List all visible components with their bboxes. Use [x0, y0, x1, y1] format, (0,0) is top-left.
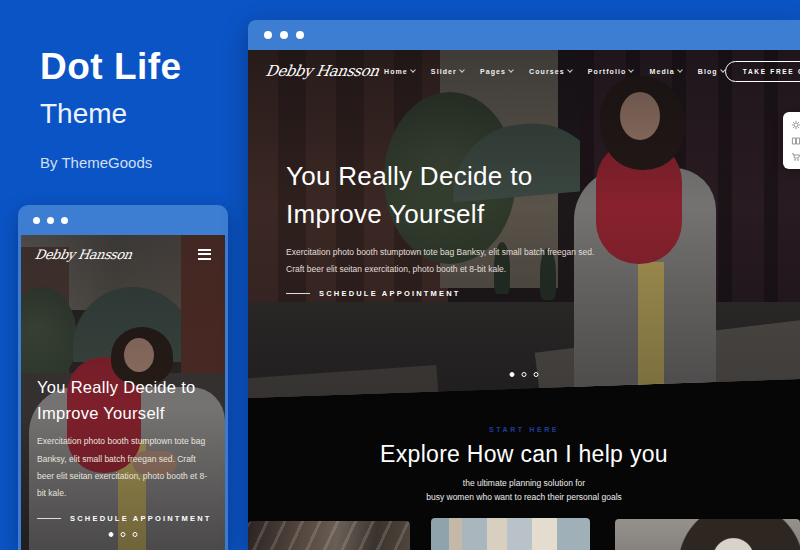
section-heading: Explore How can I help you [248, 441, 800, 468]
slider-dot[interactable] [133, 532, 138, 537]
service-card-image[interactable] [615, 519, 800, 550]
hero-body: Exercitation photo booth stumptown tote … [37, 433, 213, 503]
explore-section: START HERE Explore How can I help you th… [248, 426, 800, 504]
nav-item-home[interactable]: Home [384, 68, 415, 75]
nav-item-slider[interactable]: Slider [431, 68, 464, 75]
desktop-browser-titlebar [248, 20, 800, 50]
window-dot-icon [264, 31, 272, 39]
hero-slider: Debby Hansson Home Slider Pages Courses … [248, 50, 800, 398]
gear-icon[interactable] [791, 120, 800, 130]
site-logo[interactable]: Debby Hansson [34, 247, 133, 262]
window-dot-icon [47, 217, 54, 224]
hero-text-block: You Really Decide toImprove Yourself Exe… [286, 158, 616, 298]
slider-dot[interactable] [510, 372, 515, 377]
theme-title: Dot Life [40, 46, 182, 88]
section-subtitle: the ultimate planning solution forbusy w… [248, 477, 800, 504]
cart-icon[interactable] [791, 152, 800, 162]
slider-pagination [510, 372, 539, 377]
nav-item-portfolio[interactable]: Portfolio [588, 68, 634, 75]
schedule-appointment-link[interactable]: SCHEDULE APPOINTMENT [286, 289, 616, 298]
dash-line [286, 293, 310, 294]
main-nav: Home Slider Pages Courses Portfolio Medi… [384, 68, 725, 75]
nav-item-media[interactable]: Media [649, 68, 681, 75]
schedule-appointment-link[interactable]: SCHEDULE APPOINTMENT [37, 514, 213, 523]
theme-subtitle: Theme [40, 98, 182, 130]
window-dot-icon [280, 31, 288, 39]
mobile-hero-text: You Really Decide toImprove Yourself Exe… [37, 375, 213, 523]
window-dot-icon [61, 217, 68, 224]
site-header: Debby Hansson Home Slider Pages Courses … [248, 50, 800, 92]
desktop-viewport: Debby Hansson Home Slider Pages Courses … [248, 50, 800, 550]
slider-dot[interactable] [522, 372, 527, 377]
slider-pagination [109, 532, 138, 537]
theme-author: By ThemeGoods [40, 154, 182, 171]
window-dot-icon [296, 31, 304, 39]
service-card-image[interactable] [431, 518, 590, 550]
service-cards-row [248, 518, 800, 550]
mobile-browser-mockup: Debby Hansson You Really Decide toImprov… [18, 205, 228, 550]
slider-dot[interactable] [121, 532, 126, 537]
chevron-down-icon [567, 67, 573, 73]
hero-heading: You Really Decide toImprove Yourself [37, 375, 213, 426]
slider-dot[interactable] [109, 532, 114, 537]
chevron-down-icon [459, 67, 465, 73]
window-dot-icon [33, 217, 40, 224]
mobile-viewport: Debby Hansson You Really Decide toImprov… [18, 235, 228, 550]
service-card-image[interactable] [248, 521, 410, 550]
theme-preview-page: Dot Life Theme By ThemeGoods [0, 0, 800, 550]
demo-tools-panel [783, 112, 800, 169]
chevron-down-icon [508, 67, 514, 73]
mobile-browser-titlebar [18, 205, 228, 235]
hero-body: Exercitation photo booth stumptown tote … [286, 244, 598, 277]
book-icon[interactable] [791, 136, 800, 146]
desktop-browser-mockup: Debby Hansson Home Slider Pages Courses … [248, 20, 800, 550]
branding-block: Dot Life Theme By ThemeGoods [40, 46, 182, 171]
dash-line [37, 518, 61, 519]
hero-heading: You Really Decide toImprove Yourself [286, 158, 616, 233]
take-free-course-button[interactable]: TAKE FREE COURSE [725, 61, 800, 82]
site-logo[interactable]: Debby Hansson [264, 62, 385, 80]
nav-item-courses[interactable]: Courses [529, 68, 572, 75]
chevron-down-icon [677, 67, 683, 73]
nav-item-pages[interactable]: Pages [480, 68, 513, 75]
menu-icon[interactable] [198, 246, 211, 262]
chevron-down-icon [410, 67, 416, 73]
chevron-down-icon [629, 67, 635, 73]
slider-dot[interactable] [534, 372, 539, 377]
nav-item-blog[interactable]: Blog [698, 68, 725, 75]
section-eyebrow: START HERE [248, 426, 800, 433]
mobile-site-header: Debby Hansson [21, 246, 225, 262]
